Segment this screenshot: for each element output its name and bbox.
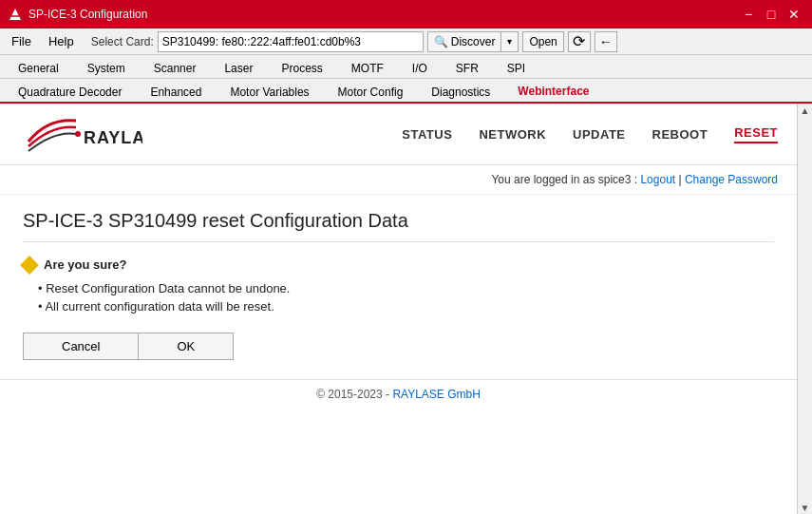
page-title: SP-ICE-3 SP310499 reset Configuration Da…	[23, 210, 774, 242]
footer-company-link[interactable]: RAYLASE GmbH	[392, 388, 480, 401]
bullet-item-1: Reset Configuration Data cannot be undon…	[38, 281, 774, 295]
content-area: RAYLASE STATUS NETWORK UPDATE REBOOT RES…	[0, 104, 797, 514]
warning-section: Are you sure? Reset Configuration Data c…	[23, 257, 774, 314]
minimize-button[interactable]: −	[738, 4, 759, 25]
webinterface-area: RAYLASE STATUS NETWORK UPDATE REBOOT RES…	[0, 104, 797, 514]
help-menu[interactable]: Help	[41, 30, 82, 52]
close-button[interactable]: ✕	[784, 4, 804, 25]
tab-sfr[interactable]: SFR	[442, 57, 493, 80]
raylase-logo: RAYLASE	[19, 113, 142, 155]
bullet-item-2: All current configuration data will be r…	[38, 299, 774, 314]
warning-header: Are you sure?	[23, 257, 774, 272]
main-window: RAYLASE STATUS NETWORK UPDATE REBOOT RES…	[0, 104, 812, 514]
tab-diagnostics[interactable]: Diagnostics	[417, 81, 504, 104]
app-icon	[8, 7, 23, 22]
toolbar: Select Card: 🔍 Discover ▾ Open ⟳ ←	[91, 31, 808, 52]
tab-quadrature[interactable]: Quadrature Decoder	[4, 81, 136, 104]
scroll-up-arrow[interactable]: ▲	[801, 105, 810, 116]
discover-dropdown-button[interactable]: ▾	[501, 31, 519, 52]
change-password-link[interactable]: Change Password	[685, 173, 778, 186]
wi-nav-update[interactable]: UPDATE	[573, 127, 625, 142]
scroll-down-arrow[interactable]: ▼	[801, 503, 810, 513]
discover-group: 🔍 Discover ▾	[427, 31, 519, 52]
tab-io[interactable]: I/O	[398, 57, 442, 80]
wi-nav-status[interactable]: STATUS	[402, 127, 452, 142]
discover-button[interactable]: 🔍 Discover	[427, 31, 502, 52]
warning-title: Are you sure?	[44, 257, 126, 272]
svg-point-2	[75, 131, 81, 137]
bullet-list: Reset Configuration Data cannot be undon…	[23, 281, 774, 314]
tab-system[interactable]: System	[73, 57, 140, 80]
tab-motf[interactable]: MOTF	[337, 57, 398, 80]
logged-in-text: You are logged in as spice3 :	[491, 173, 637, 186]
page-content: SP-ICE-3 SP310499 reset Configuration Da…	[0, 195, 797, 379]
wi-nav: STATUS NETWORK UPDATE REBOOT RESET	[402, 125, 778, 143]
card-select-input[interactable]	[158, 31, 424, 52]
tab-webinterface[interactable]: Webinterface	[504, 81, 602, 104]
title-bar-text: SP-ICE-3 Configuration	[28, 8, 147, 21]
ok-button[interactable]: OK	[139, 333, 233, 359]
nav-tabs-row1: General System Scanner Laser Process MOT…	[0, 55, 812, 79]
select-card-label: Select Card:	[91, 35, 154, 48]
file-menu[interactable]: File	[4, 30, 39, 52]
wi-nav-reboot[interactable]: REBOOT	[652, 127, 708, 142]
menu-bar: File Help Select Card: 🔍 Discover ▾ Open…	[0, 29, 812, 55]
tab-enhanced[interactable]: Enhanced	[136, 81, 216, 104]
refresh-button[interactable]: ⟳	[568, 31, 591, 52]
search-icon: 🔍	[434, 35, 448, 48]
tab-laser[interactable]: Laser	[210, 57, 267, 80]
svg-text:RAYLASE: RAYLASE	[84, 128, 142, 147]
title-bar: SP-ICE-3 Configuration − □ ✕	[0, 0, 812, 29]
scrollbar[interactable]: ▲ ▼	[797, 104, 812, 514]
wi-header: RAYLASE STATUS NETWORK UPDATE REBOOT RES…	[0, 104, 797, 165]
wi-nav-reset[interactable]: RESET	[734, 125, 778, 143]
svg-marker-0	[9, 9, 21, 20]
logout-link[interactable]: Logout	[640, 173, 675, 186]
button-group: Cancel OK	[23, 333, 234, 360]
back-button[interactable]: ←	[595, 31, 617, 52]
warning-diamond-icon	[20, 256, 39, 275]
tab-spi[interactable]: SPI	[493, 57, 539, 80]
raylase-logo-svg: RAYLASE	[19, 113, 142, 155]
wi-body: You are logged in as spice3 : Logout | C…	[0, 165, 797, 514]
cancel-button[interactable]: Cancel	[24, 333, 139, 359]
tab-general[interactable]: General	[4, 57, 73, 80]
wi-nav-network[interactable]: NETWORK	[479, 127, 546, 142]
tab-motorconfig[interactable]: Motor Config	[324, 81, 418, 104]
wi-footer: © 2015-2023 - RAYLASE GmbH	[0, 379, 797, 409]
tab-scanner[interactable]: Scanner	[140, 57, 211, 80]
tab-motorvars[interactable]: Motor Variables	[216, 81, 323, 104]
open-button[interactable]: Open	[522, 31, 563, 52]
tab-process[interactable]: Process	[267, 57, 336, 80]
title-bar-left: SP-ICE-3 Configuration	[8, 7, 147, 22]
footer-copyright: © 2015-2023 -	[316, 388, 392, 401]
maximize-button[interactable]: □	[761, 4, 782, 25]
user-status-bar: You are logged in as spice3 : Logout | C…	[0, 165, 797, 195]
nav-tabs-row2: Quadrature Decoder Enhanced Motor Variab…	[0, 79, 812, 104]
title-bar-controls: − □ ✕	[738, 4, 804, 25]
